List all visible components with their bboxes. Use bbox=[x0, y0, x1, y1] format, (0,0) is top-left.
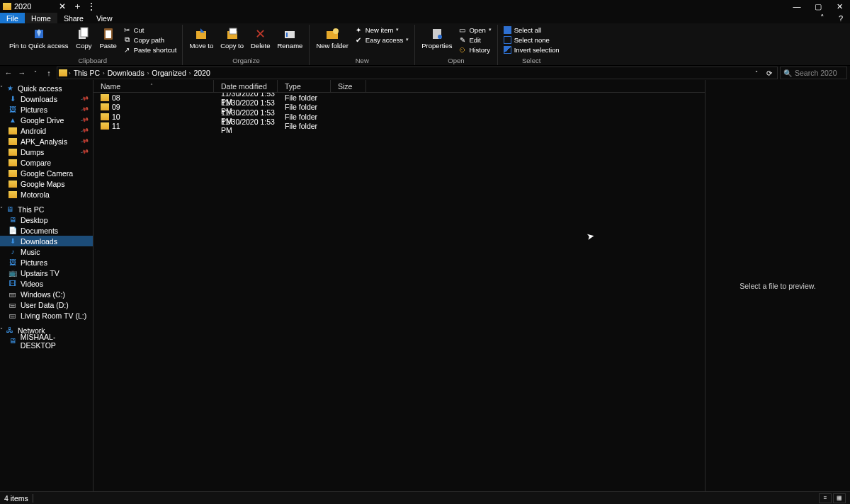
column-header-size[interactable]: Size bbox=[331, 80, 366, 92]
ribbon-tab-view[interactable]: View bbox=[90, 13, 119, 23]
ribbon-tab-home[interactable]: Home bbox=[25, 13, 57, 23]
sidebar-item-dumps[interactable]: Dumps📌 bbox=[0, 147, 93, 157]
folder-icon bbox=[8, 159, 17, 166]
folder-icon bbox=[59, 69, 67, 76]
open-button[interactable]: ▭Open bbox=[456, 25, 493, 35]
sidebar-item-android[interactable]: Android📌 bbox=[0, 125, 93, 136]
pin-icon: 📌 bbox=[80, 126, 89, 135]
move-to-button[interactable]: Move to bbox=[186, 25, 216, 51]
file-row[interactable]: 0911/30/2020 1:53 PMFile folder bbox=[94, 103, 705, 113]
pc-icon: 🖥 bbox=[6, 205, 14, 214]
ribbon-collapse-button[interactable]: ˄ bbox=[813, 13, 832, 23]
svg-rect-9 bbox=[286, 33, 288, 37]
tab-title: 2020 bbox=[14, 2, 31, 11]
invert-selection-button[interactable]: Invert selection bbox=[502, 45, 562, 55]
address-bar[interactable]: › This PC› Downloads› Organized› 2020 ˅ … bbox=[57, 67, 778, 79]
view-thumbnails-button[interactable]: ▦ bbox=[833, 493, 846, 503]
tab-add-button[interactable]: ＋ bbox=[71, 0, 84, 13]
status-bar: 4 items ≡ ▦ bbox=[0, 491, 850, 504]
easy-access-button[interactable]: ✔Easy access bbox=[353, 35, 411, 45]
sidebar-this-pc[interactable]: ˅🖥This PC bbox=[0, 204, 93, 214]
sidebar-item-videos[interactable]: 🎞Videos bbox=[0, 278, 93, 289]
column-header-date[interactable]: Date modified bbox=[214, 80, 278, 92]
file-row[interactable]: 1011/30/2020 1:53 PMFile folder bbox=[94, 112, 705, 122]
nav-up-button[interactable]: ↑ bbox=[43, 67, 55, 79]
sidebar-item-living-room-tv-l-[interactable]: 🖴Living Room TV (L:) bbox=[0, 310, 93, 321]
desktop-icon: 🖥 bbox=[8, 216, 17, 224]
copy-path-button[interactable]: ⧉Copy path bbox=[121, 35, 179, 45]
window-tab[interactable]: 2020 bbox=[0, 0, 35, 13]
sidebar-network-host[interactable]: 🖥MISHAAL-DESKTOP bbox=[0, 336, 93, 346]
properties-button[interactable]: Properties bbox=[419, 25, 455, 51]
search-box[interactable]: 🔍 Search 2020 bbox=[780, 67, 847, 79]
breadcrumb-item[interactable]: 2020 bbox=[192, 69, 211, 77]
copy-button[interactable]: Copy bbox=[72, 25, 95, 51]
ribbon-tab-share[interactable]: Share bbox=[57, 13, 90, 23]
paste-button[interactable]: Paste bbox=[96, 25, 119, 51]
edit-button[interactable]: ✎Edit bbox=[456, 35, 493, 45]
folder-icon bbox=[101, 122, 109, 130]
sidebar-item-documents[interactable]: 📄Documents bbox=[0, 225, 93, 236]
breadcrumb-item[interactable]: Organized bbox=[150, 69, 187, 77]
file-list-area: Name˄ Date modified Type Size 0811/30/20… bbox=[94, 80, 705, 491]
sidebar-item-downloads[interactable]: ⬇Downloads bbox=[0, 236, 93, 246]
sidebar-item-google-camera[interactable]: Google Camera bbox=[0, 168, 93, 178]
svg-point-11 bbox=[333, 28, 339, 34]
nav-back-button[interactable]: ← bbox=[3, 67, 14, 79]
pin-to-quick-access-button[interactable]: Pin to Quick access bbox=[6, 25, 71, 51]
sidebar-quick-access[interactable]: ˅★Quick access bbox=[0, 83, 93, 93]
nav-forward-button[interactable]: → bbox=[16, 67, 28, 79]
select-all-button[interactable]: Select all bbox=[502, 25, 562, 35]
clipboard-group-label: Clipboard bbox=[6, 57, 178, 65]
refresh-button[interactable]: ⟳ bbox=[763, 69, 776, 77]
close-button[interactable]: ✕ bbox=[829, 0, 850, 13]
scissors-icon: ✂ bbox=[123, 26, 131, 34]
open-group-label: Open bbox=[419, 57, 494, 65]
view-details-button[interactable]: ≡ bbox=[819, 493, 832, 503]
folder-icon bbox=[3, 3, 11, 10]
sidebar-item-music[interactable]: ♪Music bbox=[0, 246, 93, 257]
pin-icon: 📌 bbox=[80, 137, 89, 146]
copy-to-button[interactable]: Copy to bbox=[217, 25, 246, 51]
sidebar-item-user-data-d-[interactable]: 🖴User Data (D:) bbox=[0, 299, 93, 310]
sidebar-item-upstairs-tv[interactable]: 📺Upstairs TV bbox=[0, 268, 93, 278]
sidebar-item-desktop[interactable]: 🖥Desktop bbox=[0, 214, 93, 225]
breadcrumb-item[interactable]: This PC bbox=[72, 69, 101, 77]
sidebar-item-pictures[interactable]: 🖼Pictures📌 bbox=[0, 104, 93, 115]
maximize-button[interactable]: ▢ bbox=[808, 0, 829, 13]
sidebar-item-google-drive[interactable]: ▲Google Drive📌 bbox=[0, 115, 93, 125]
select-none-button[interactable]: Select none bbox=[502, 35, 562, 45]
column-header-type[interactable]: Type bbox=[278, 80, 331, 92]
navigation-pane[interactable]: ˅★Quick access ⬇Downloads📌🖼Pictures📌▲Goo… bbox=[0, 80, 94, 491]
ribbon-help-button[interactable]: ? bbox=[832, 13, 850, 23]
minimize-button[interactable]: — bbox=[786, 0, 808, 13]
file-row[interactable]: 1111/30/2020 1:53 PMFile folder bbox=[94, 122, 705, 132]
rename-button[interactable]: Rename bbox=[274, 25, 305, 51]
folder-icon bbox=[8, 127, 17, 134]
sidebar-item-pictures[interactable]: 🖼Pictures bbox=[0, 257, 93, 268]
new-item-button[interactable]: ✦New item bbox=[353, 25, 411, 35]
sidebar-item-google-maps[interactable]: Google Maps bbox=[0, 178, 93, 189]
column-header-name[interactable]: Name˄ bbox=[94, 80, 214, 92]
cut-button[interactable]: ✂Cut bbox=[121, 25, 179, 35]
search-icon: 🔍 bbox=[783, 69, 792, 77]
paste-shortcut-button[interactable]: ↗Paste shortcut bbox=[121, 45, 179, 55]
ribbon-tab-file[interactable]: File bbox=[0, 13, 25, 23]
sidebar-item-windows-c-[interactable]: 🖴Windows (C:) bbox=[0, 289, 93, 299]
address-dropdown-button[interactable]: ˅ bbox=[752, 70, 761, 76]
sidebar-item-motorola[interactable]: Motorola bbox=[0, 189, 93, 200]
history-button[interactable]: ⏲History bbox=[456, 45, 493, 55]
svg-rect-7 bbox=[230, 28, 237, 34]
nav-recent-button[interactable]: ˅ bbox=[30, 67, 41, 79]
move-to-icon bbox=[193, 26, 209, 42]
delete-button[interactable]: ✕ Delete bbox=[248, 25, 273, 51]
new-folder-button[interactable]: New folder bbox=[313, 25, 351, 51]
sidebar-item-downloads[interactable]: ⬇Downloads📌 bbox=[0, 93, 93, 104]
tab-close-button[interactable]: ✕ bbox=[57, 1, 68, 12]
file-row[interactable]: 0811/30/2020 1:53 PMFile folder bbox=[94, 93, 705, 103]
tab-menu-button[interactable]: ⋮ bbox=[86, 0, 96, 13]
sidebar-item-apk_analysis[interactable]: APK_Analysis📌 bbox=[0, 136, 93, 147]
disk-icon: 🖴 bbox=[8, 311, 17, 320]
breadcrumb-item[interactable]: Downloads bbox=[106, 69, 146, 77]
sidebar-item-compare[interactable]: Compare bbox=[0, 157, 93, 168]
